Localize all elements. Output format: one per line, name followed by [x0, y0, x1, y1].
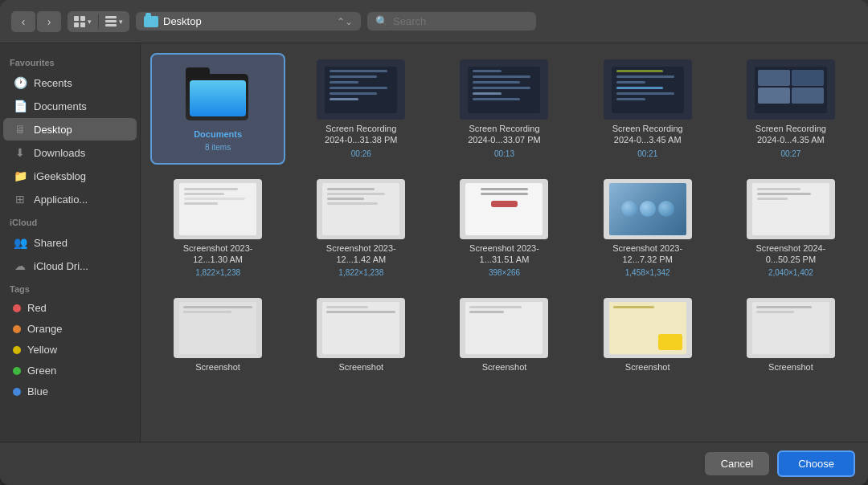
doc-icon: 📄 [13, 99, 27, 113]
file-item-screenshot-9[interactable]: Screenshot [580, 291, 715, 379]
sidebar-item-label: iCloud Dri... [34, 260, 88, 272]
file-meta: 398×266 [489, 268, 520, 277]
sidebar-item-tag-red[interactable]: Red [3, 298, 137, 318]
search-bar: 🔍 [367, 12, 536, 31]
file-item-screenshot-5[interactable]: Screenshot 2024-0...50.25 PM 2,040×1,402 [723, 173, 858, 284]
sidebar-item-tag-yellow[interactable]: Yellow [3, 340, 137, 360]
view-toggle: ▾ ▾ [68, 11, 129, 32]
file-name: Screenshot 2023-1...31.51 AM [460, 243, 548, 266]
sidebar-item-icloud-drive[interactable]: ☁ iCloud Dri... [3, 255, 137, 277]
sidebar-item-desktop[interactable]: 🖥 Desktop [3, 118, 137, 141]
tags-label: Tags [0, 278, 140, 297]
file-item-screenshot-7[interactable]: Screenshot [293, 291, 428, 379]
file-name: Screen Recording 2024-0...33.07 PM [460, 123, 548, 146]
tag-label: Orange [27, 323, 62, 335]
blue-dot-icon [13, 388, 21, 396]
bottom-bar: Cancel Choose [0, 442, 868, 485]
sidebar-item-label: iGeeksblog [34, 170, 86, 182]
file-name: Documents [194, 128, 242, 140]
file-name: Screenshot 2024-0...50.25 PM [747, 243, 835, 266]
sidebar-item-tag-orange[interactable]: Orange [3, 319, 137, 339]
sidebar-item-recents[interactable]: 🕐 Recents [3, 71, 137, 94]
screenshot-thumbnail [747, 179, 835, 239]
screen-recording-thumbnail [317, 59, 405, 120]
file-name: Screen Recording 2024-0...4.35 AM [747, 123, 835, 146]
location-chevron-icon: ⌃⌄ [337, 16, 353, 27]
screenshot-thumbnail [604, 298, 692, 358]
search-input[interactable] [393, 15, 528, 27]
back-button[interactable]: ‹ [11, 11, 35, 32]
file-item-screen-rec-4[interactable]: Screen Recording 2024-0...4.35 AM 00:27 [723, 53, 858, 165]
choose-button[interactable]: Choose [777, 450, 855, 477]
main-content: Favourites 🕐 Recents 📄 Documents 🖥 Deskt… [0, 43, 868, 442]
sidebar-item-igeeksblog[interactable]: 📁 iGeeksblog [3, 165, 137, 187]
cloud-icon: ☁ [13, 259, 27, 273]
sidebar-item-tag-green[interactable]: Green [3, 361, 137, 381]
sidebar-item-tag-blue[interactable]: Blue [3, 381, 137, 401]
folder-icon [144, 16, 158, 27]
file-meta: 1,458×1,342 [625, 268, 670, 277]
folder-thumbnail [178, 61, 258, 125]
green-dot-icon [13, 367, 21, 375]
file-meta: 00:26 [351, 149, 371, 158]
file-item-screenshot-4[interactable]: Screenshot 2023-12...7.32 PM 1,458×1,342 [580, 173, 715, 284]
file-meta: 8 items [205, 143, 231, 152]
file-item-screen-rec-2[interactable]: Screen Recording 2024-0...33.07 PM 00:13 [436, 53, 571, 165]
file-item-screenshot-6[interactable]: Screenshot [150, 291, 285, 379]
screen-recording-thumbnail [747, 59, 835, 120]
sidebar-item-shared[interactable]: 👥 Shared [3, 231, 137, 254]
file-name: Screenshot [195, 361, 240, 373]
search-icon: 🔍 [375, 15, 388, 27]
screenshot-thumbnail [317, 179, 405, 239]
sidebar-item-documents[interactable]: 📄 Documents [3, 95, 137, 117]
file-item-screenshot-10[interactable]: Screenshot [723, 291, 858, 379]
file-meta: 2,040×1,402 [768, 268, 813, 277]
nav-buttons: ‹ › [11, 11, 61, 32]
download-icon: ⬇ [13, 145, 27, 160]
cancel-button[interactable]: Cancel [705, 452, 769, 475]
tag-label: Yellow [27, 344, 57, 356]
screenshot-thumbnail [460, 179, 548, 239]
list-view-button[interactable]: ▾ [99, 11, 129, 32]
file-item-screenshot-8[interactable]: Screenshot [436, 291, 571, 379]
chevron-down-icon: ▾ [88, 18, 92, 26]
tag-label: Green [27, 365, 56, 377]
apps-icon: ⊞ [13, 192, 27, 206]
file-item-screenshot-1[interactable]: Screenshot 2023-12...1.30 AM 1,822×1,238 [150, 173, 285, 284]
file-item-screenshot-3[interactable]: Screenshot 2023-1...31.51 AM 398×266 [436, 173, 571, 284]
icon-view-button[interactable]: ▾ [68, 11, 98, 32]
file-name: Screenshot 2023-12...1.42 AM [317, 243, 405, 266]
folder-star-icon: 📁 [13, 169, 27, 183]
shared-icon: 👥 [13, 235, 27, 250]
file-name: Screen Recording 2024-0...3.45 AM [604, 123, 692, 146]
toolbar: ‹ › ▾ [0, 0, 868, 43]
file-name: Screenshot [338, 361, 383, 373]
file-meta: 00:13 [494, 149, 514, 158]
file-name: Screenshot 2023-12...7.32 PM [604, 243, 692, 266]
file-item-screen-rec-1[interactable]: Screen Recording 2024-0...31.38 PM 00:26 [293, 53, 428, 165]
file-meta: 1,822×1,238 [338, 268, 383, 277]
location-name: Desktop [163, 15, 332, 27]
orange-dot-icon [13, 325, 21, 333]
grid-icon [74, 16, 85, 27]
file-meta: 00:21 [637, 149, 657, 158]
file-grid: Documents 8 items [150, 53, 858, 379]
file-picker-dialog: ‹ › ▾ [0, 0, 868, 485]
file-item-screenshot-2[interactable]: Screenshot 2023-12...1.42 AM 1,822×1,238 [293, 173, 428, 284]
screenshot-thumbnail [317, 298, 405, 358]
sidebar-item-applications[interactable]: ⊞ Applicatio... [3, 188, 137, 210]
location-bar[interactable]: Desktop ⌃⌄ [136, 12, 361, 31]
file-name: Screenshot [625, 361, 670, 373]
forward-button[interactable]: › [37, 11, 61, 32]
chevron-down-icon2: ▾ [119, 18, 123, 26]
list-icon [105, 16, 117, 27]
file-grid-container: Documents 8 items [141, 43, 868, 442]
file-name: Screenshot 2023-12...1.30 AM [174, 243, 262, 266]
file-item-documents[interactable]: Documents 8 items [150, 53, 285, 165]
sidebar-item-downloads[interactable]: ⬇ Downloads [3, 141, 137, 164]
screen-recording-thumbnail [460, 59, 548, 120]
file-name: Screenshot [482, 361, 527, 373]
sidebar-item-label: Desktop [34, 124, 72, 136]
screenshot-thumbnail [460, 298, 548, 358]
file-item-screen-rec-3[interactable]: Screen Recording 2024-0...3.45 AM 00:21 [580, 53, 715, 165]
